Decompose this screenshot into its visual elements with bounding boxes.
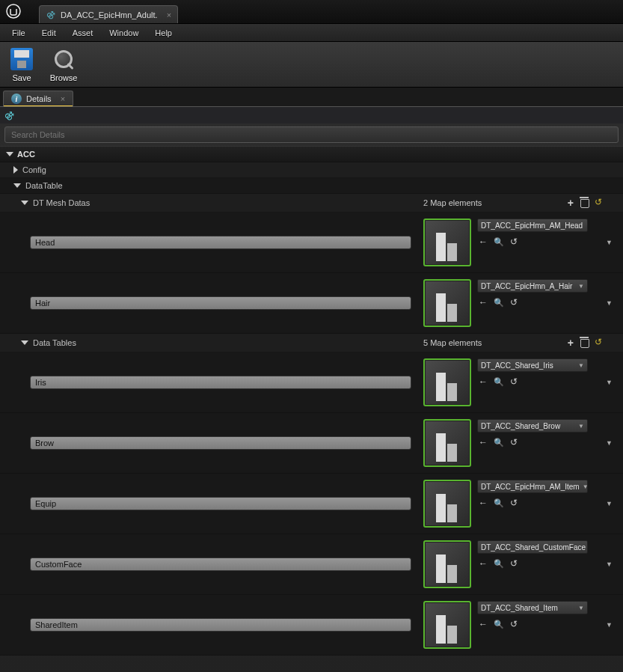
tab-details[interactable]: i Details ×	[3, 91, 73, 106]
property-label: Data Tables	[33, 338, 76, 347]
map-key-input[interactable]	[30, 497, 411, 510]
reset-to-default-button[interactable]	[510, 437, 518, 448]
asset-thumbnail[interactable]	[423, 279, 471, 327]
close-icon[interactable]: ×	[167, 10, 171, 19]
asset-name: DT_ACC_EpicHmn_A_Hair	[481, 282, 572, 290]
browse-button[interactable]: Browse	[48, 46, 79, 82]
map-key-input[interactable]	[30, 436, 411, 450]
reset-to-default-button[interactable]	[595, 337, 602, 349]
asset-picker-dropdown[interactable]: DT_ACC_EpicHmn_AM_Head ▼	[477, 219, 588, 232]
menu-help[interactable]: Help	[147, 26, 179, 40]
svg-rect-1	[436, 233, 446, 261]
asset-picker-dropdown[interactable]: DT_ACC_EpicHmn_AM_Item ▼	[477, 480, 588, 493]
menu-asset[interactable]: Asset	[65, 26, 101, 40]
element-options-button[interactable]	[606, 439, 617, 447]
map-summary: 5 Map elements	[423, 338, 482, 347]
element-options-button[interactable]	[606, 239, 617, 246]
asset-picker-dropdown[interactable]: DT_ACC_EpicHmn_A_Hair ▼	[477, 279, 588, 293]
asset-picker-dropdown[interactable]: DT_ACC_Shared_Brow ▼	[477, 419, 588, 433]
svg-rect-6	[447, 383, 457, 401]
asset-thumbnail[interactable]	[423, 219, 471, 266]
chevron-down-icon: ▼	[578, 423, 584, 430]
chevron-down-icon	[13, 183, 21, 188]
asset-thumbnail[interactable]	[423, 480, 471, 528]
chevron-down-icon: ▼	[578, 283, 584, 290]
close-icon[interactable]: ×	[61, 94, 65, 103]
asset-icon: ⚣	[46, 10, 56, 20]
element-options-button[interactable]	[606, 621, 617, 629]
reset-to-default-button[interactable]	[510, 498, 518, 508]
property-datatable[interactable]: DataTable	[0, 178, 417, 193]
reset-to-default-button[interactable]	[595, 197, 602, 209]
asset-name: DT_ACC_Shared_Item	[481, 604, 558, 612]
map-key-input[interactable]	[30, 558, 411, 571]
chevron-down-icon: ▼	[578, 605, 584, 611]
clear-elements-button[interactable]	[580, 337, 589, 347]
use-selected-button[interactable]	[479, 297, 488, 308]
category-acc[interactable]: ACC	[0, 146, 623, 162]
asset-thumbnail[interactable]	[423, 358, 471, 406]
save-button[interactable]: Save	[6, 46, 37, 82]
asset-picker-dropdown[interactable]: DT_ACC_Shared_CustomFace ▼	[477, 540, 588, 554]
unreal-logo	[3, 1, 24, 22]
map-key-input[interactable]	[30, 618, 411, 632]
svg-rect-12	[447, 565, 457, 583]
chevron-down-icon	[6, 152, 13, 156]
menu-edit[interactable]: Edit	[34, 26, 64, 40]
reset-to-default-button[interactable]	[510, 558, 518, 569]
search-input[interactable]	[4, 126, 619, 143]
menu-window[interactable]: Window	[102, 26, 146, 40]
browse-to-asset-button[interactable]	[494, 498, 504, 508]
add-element-button[interactable]	[568, 337, 574, 349]
chevron-down-icon	[21, 201, 28, 205]
browse-to-asset-button[interactable]	[494, 619, 504, 629]
property-data-tables[interactable]: Data Tables	[0, 334, 417, 352]
reset-to-default-button[interactable]	[510, 297, 518, 308]
property-config[interactable]: Config	[0, 162, 417, 177]
asset-thumbnail[interactable]	[423, 601, 471, 649]
menu-file[interactable]: File	[4, 26, 33, 40]
element-options-button[interactable]	[606, 560, 617, 568]
asset-picker-dropdown[interactable]: DT_ACC_Shared_Iris ▼	[477, 358, 588, 372]
document-tab[interactable]: ⚣ DA_ACC_EpicHmn_Adult. ×	[39, 5, 178, 23]
property-dt-mesh-datas[interactable]: DT Mesh Datas	[0, 194, 417, 212]
browse-to-asset-button[interactable]	[494, 437, 504, 448]
details-icon: i	[11, 94, 22, 104]
map-key-input[interactable]	[30, 376, 411, 389]
element-options-button[interactable]	[606, 500, 617, 507]
property-label: DataTable	[25, 181, 63, 190]
asset-picker-dropdown[interactable]: DT_ACC_Shared_Item ▼	[477, 601, 588, 614]
property-label: Config	[22, 165, 46, 174]
use-selected-button[interactable]	[479, 376, 488, 387]
svg-rect-8	[447, 444, 457, 462]
element-options-button[interactable]	[606, 379, 617, 386]
save-label: Save	[12, 73, 31, 82]
clear-elements-button[interactable]	[580, 197, 589, 207]
chevron-down-icon: ▼	[578, 362, 584, 369]
browse-to-asset-button[interactable]	[494, 297, 504, 308]
map-key-input[interactable]	[30, 296, 411, 310]
tab-title: DA_ACC_EpicHmn_Adult.	[61, 10, 158, 19]
reset-to-default-button[interactable]	[510, 236, 518, 247]
asset-name: DT_ACC_Shared_Iris	[481, 361, 553, 370]
asset-name: DT_ACC_EpicHmn_AM_Head	[481, 222, 583, 230]
browse-to-asset-button[interactable]	[494, 558, 504, 569]
use-selected-button[interactable]	[479, 437, 488, 448]
use-selected-button[interactable]	[479, 498, 488, 508]
asset-thumbnail[interactable]	[423, 419, 471, 467]
gender-icon: ⚣	[4, 110, 14, 120]
chevron-down-icon: ▼	[586, 222, 588, 229]
use-selected-button[interactable]	[479, 558, 488, 569]
use-selected-button[interactable]	[479, 619, 488, 629]
browse-to-asset-button[interactable]	[494, 376, 504, 387]
reset-to-default-button[interactable]	[510, 376, 518, 387]
asset-thumbnail[interactable]	[423, 540, 471, 588]
add-element-button[interactable]	[568, 197, 574, 209]
svg-rect-10	[447, 504, 457, 522]
reset-to-default-button[interactable]	[510, 619, 518, 629]
asset-name: DT_ACC_Shared_CustomFace	[481, 543, 586, 552]
use-selected-button[interactable]	[479, 236, 488, 247]
element-options-button[interactable]	[606, 299, 617, 307]
map-key-input[interactable]	[30, 236, 411, 249]
browse-to-asset-button[interactable]	[494, 236, 504, 247]
